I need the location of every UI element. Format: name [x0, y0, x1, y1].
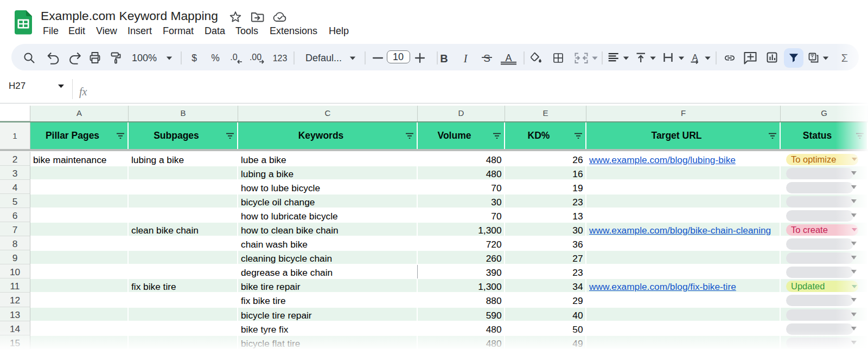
svg-text:A: A [505, 53, 512, 63]
svg-text:$: $ [192, 53, 197, 63]
svg-text:S: S [483, 53, 490, 64]
svg-text:123: 123 [273, 54, 288, 63]
svg-text:.00: .00 [250, 53, 261, 62]
svg-text:A: A [692, 53, 698, 62]
svg-text:%: % [211, 53, 220, 63]
svg-text:.0: .0 [230, 53, 237, 62]
svg-text:B: B [440, 53, 448, 64]
svg-text:I: I [463, 53, 468, 64]
